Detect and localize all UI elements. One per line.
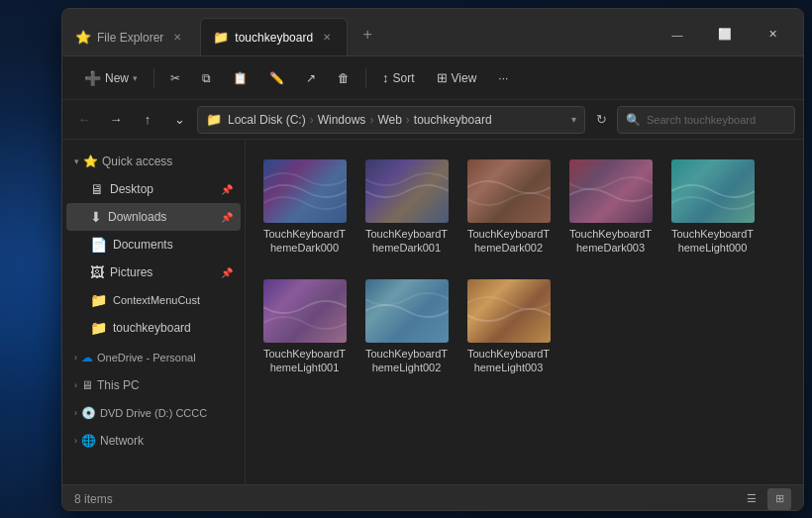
view-grid-toggle[interactable]: ⊞ bbox=[767, 488, 791, 510]
cut-icon: ✂ bbox=[170, 71, 180, 85]
file-name-dark001: TouchKeyboardThemeDark001 bbox=[363, 227, 450, 256]
tab-touchkeyboard-close[interactable]: ✕ bbox=[319, 30, 335, 46]
sidebar-touchkeyboard-label: touchkeyboard bbox=[113, 321, 191, 335]
sidebar-quick-access-header[interactable]: ▾ ⭐ Quick access bbox=[66, 148, 241, 175]
expand-button[interactable]: ⌄ bbox=[165, 106, 193, 134]
share-button[interactable]: ↗ bbox=[296, 62, 326, 94]
new-tab-button[interactable]: + bbox=[354, 21, 381, 49]
address-dropdown-icon[interactable]: ▾ bbox=[571, 114, 576, 125]
tab-touchkeyboard-label: touchkeyboard bbox=[235, 31, 313, 45]
sidebar-item-touchkeyboard[interactable]: 📁 touchkeyboard bbox=[66, 314, 241, 342]
status-bar-right: ☰ ⊞ bbox=[740, 488, 791, 510]
crumb-web: Web bbox=[377, 113, 401, 127]
sidebar-network-header[interactable]: › 🌐 Network bbox=[66, 427, 241, 455]
tab-touchkeyboard[interactable]: 📁 touchkeyboard ✕ bbox=[200, 18, 348, 55]
file-thumbnail-dark001 bbox=[365, 159, 449, 223]
pictures-icon: 🖼 bbox=[90, 264, 104, 280]
copy-icon: ⧉ bbox=[202, 71, 211, 85]
status-bar: 8 items ☰ ⊞ bbox=[62, 484, 803, 511]
search-placeholder: Search touchkeyboard bbox=[647, 114, 756, 126]
address-bar-row: ← → ↑ ⌄ 📁 Local Disk (C:) › Windows › We… bbox=[62, 100, 803, 140]
sort-icon: ↕ bbox=[382, 70, 389, 85]
network-label: Network bbox=[100, 434, 144, 448]
onedrive-icon: ☁ bbox=[81, 351, 93, 364]
documents-icon: 📄 bbox=[90, 237, 107, 253]
crumb-touchkeyboard: touchkeyboard bbox=[414, 113, 492, 127]
sidebar-section-quick-access: ▾ ⭐ Quick access 🖥 Desktop 📌 ⬇ Downloads… bbox=[62, 148, 245, 342]
search-icon: 🔍 bbox=[626, 113, 641, 127]
sidebar: ▾ ⭐ Quick access 🖥 Desktop 📌 ⬇ Downloads… bbox=[62, 140, 246, 484]
paste-button[interactable]: 📋 bbox=[223, 62, 257, 94]
new-button[interactable]: ➕ New ▾ bbox=[74, 62, 148, 94]
desktop-pin-icon: 📌 bbox=[221, 184, 233, 195]
dvd-expand-icon: › bbox=[74, 408, 77, 418]
network-icon: 🌐 bbox=[81, 434, 96, 448]
file-thumbnail-light000 bbox=[671, 159, 755, 223]
view-button[interactable]: ⊞ View bbox=[427, 62, 487, 94]
file-item-dark001[interactable]: TouchKeyboardThemeDark001 bbox=[359, 152, 454, 263]
rename-icon: ✏️ bbox=[269, 71, 284, 85]
back-button[interactable]: ← bbox=[70, 106, 98, 134]
new-label: New bbox=[105, 71, 129, 85]
crumb-local-disk: Local Disk (C:) bbox=[228, 113, 306, 127]
tab-file-explorer-icon: ⭐ bbox=[75, 30, 91, 45]
file-item-light002[interactable]: TouchKeyboardThemeLight002 bbox=[359, 271, 454, 383]
minimize-button[interactable]: — bbox=[655, 19, 700, 51]
onedrive-expand-icon: › bbox=[74, 353, 77, 363]
network-expand-icon: › bbox=[74, 436, 77, 446]
share-icon: ↗ bbox=[306, 71, 316, 85]
sidebar-dvd-header[interactable]: › 💿 DVD Drive (D:) CCCC bbox=[66, 399, 241, 427]
crumb-sep-1: › bbox=[310, 113, 314, 127]
more-button[interactable]: ··· bbox=[488, 62, 518, 94]
sort-button[interactable]: ↕ Sort bbox=[372, 62, 425, 94]
sidebar-onedrive-header[interactable]: › ☁ OneDrive - Personal bbox=[66, 344, 241, 371]
tab-file-explorer-label: File Explorer bbox=[97, 31, 163, 45]
sidebar-item-contextmenu[interactable]: 📁 ContextMenuCust bbox=[66, 286, 241, 314]
view-list-toggle[interactable]: ☰ bbox=[740, 488, 763, 510]
file-name-dark002: TouchKeyboardThemeDark002 bbox=[465, 227, 552, 256]
file-item-dark002[interactable]: TouchKeyboardThemeDark002 bbox=[461, 152, 556, 263]
file-item-dark003[interactable]: TouchKeyboardThemeDark003 bbox=[563, 152, 658, 263]
toolbar: ➕ New ▾ ✂ ⧉ 📋 ✏️ ↗ 🗑 ↕ Sort ⊞ View bbox=[62, 56, 803, 100]
sidebar-thispc-header[interactable]: › 🖥 This PC bbox=[66, 371, 241, 399]
quick-access-expand-icon: ▾ bbox=[74, 156, 79, 166]
file-item-light000[interactable]: TouchKeyboardThemeLight000 bbox=[665, 152, 760, 263]
up-button[interactable]: ↑ bbox=[134, 106, 161, 134]
copy-button[interactable]: ⧉ bbox=[192, 62, 221, 94]
dvd-icon: 💿 bbox=[81, 406, 96, 420]
toolbar-separator-2 bbox=[365, 68, 366, 88]
file-thumbnail-light002 bbox=[365, 279, 449, 343]
file-thumbnail-dark002 bbox=[467, 159, 551, 223]
file-name-light001: TouchKeyboardThemeLight001 bbox=[261, 347, 348, 375]
file-grid: TouchKeyboardThemeDark000 TouchKeyboardT… bbox=[257, 152, 791, 382]
touchkeyboard-sidebar-icon: 📁 bbox=[90, 320, 107, 336]
sidebar-item-pictures[interactable]: 🖼 Pictures 📌 bbox=[66, 259, 241, 286]
file-item-dark000[interactable]: TouchKeyboardThemeDark000 bbox=[257, 152, 352, 263]
address-bar[interactable]: 📁 Local Disk (C:) › Windows › Web › touc… bbox=[197, 106, 585, 134]
sidebar-item-downloads[interactable]: ⬇ Downloads 📌 bbox=[66, 203, 241, 231]
file-thumbnail-dark000 bbox=[263, 159, 347, 223]
rename-button[interactable]: ✏️ bbox=[259, 62, 294, 94]
file-name-dark000: TouchKeyboardThemeDark000 bbox=[261, 227, 348, 256]
sidebar-item-documents[interactable]: 📄 Documents bbox=[66, 231, 241, 259]
refresh-button[interactable]: ↻ bbox=[589, 108, 613, 132]
tab-file-explorer[interactable]: ⭐ File Explorer ✕ bbox=[62, 18, 198, 55]
tab-file-explorer-close[interactable]: ✕ bbox=[169, 30, 185, 46]
file-name-light002: TouchKeyboardThemeLight002 bbox=[363, 347, 450, 375]
file-explorer-window: ⭐ File Explorer ✕ 📁 touchkeyboard ✕ + — … bbox=[61, 8, 804, 511]
new-chevron-icon: ▾ bbox=[133, 73, 138, 83]
close-button[interactable]: ✕ bbox=[750, 19, 795, 51]
file-thumbnail-light001 bbox=[263, 279, 347, 343]
sidebar-item-desktop[interactable]: 🖥 Desktop 📌 bbox=[66, 175, 241, 203]
desktop-icon: 🖥 bbox=[90, 181, 104, 197]
cut-button[interactable]: ✂ bbox=[160, 62, 190, 94]
tab-touchkeyboard-icon: 📁 bbox=[213, 30, 229, 45]
file-item-light003[interactable]: TouchKeyboardThemeLight003 bbox=[461, 271, 556, 383]
sidebar-desktop-label: Desktop bbox=[110, 182, 153, 196]
search-bar[interactable]: 🔍 Search touchkeyboard bbox=[617, 106, 795, 134]
forward-button[interactable]: → bbox=[102, 106, 130, 134]
maximize-button[interactable]: ⬜ bbox=[702, 19, 748, 51]
delete-button[interactable]: 🗑 bbox=[328, 62, 359, 94]
file-item-light001[interactable]: TouchKeyboardThemeLight001 bbox=[257, 271, 352, 383]
file-name-light003: TouchKeyboardThemeLight003 bbox=[465, 347, 552, 375]
